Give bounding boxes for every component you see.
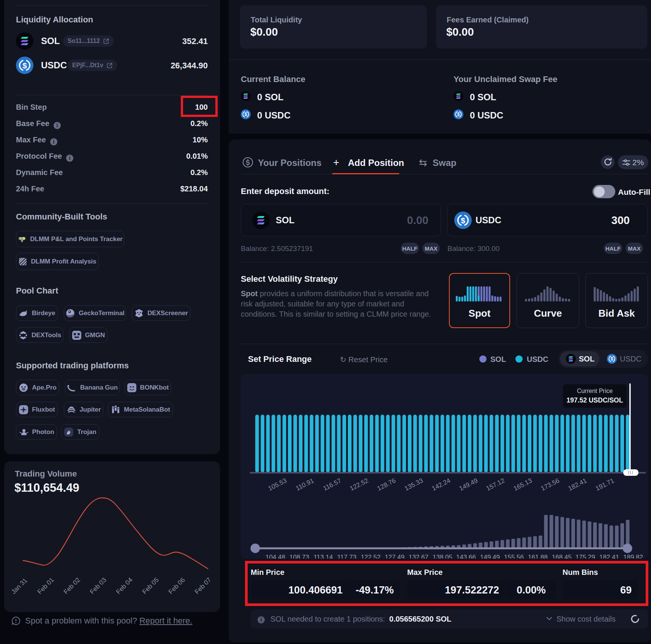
- svg-text:173.56: 173.56: [540, 477, 561, 492]
- svg-text:161.88: 161.88: [528, 554, 548, 559]
- svg-text:$: $: [611, 356, 613, 361]
- svg-text:128.76: 128.76: [376, 477, 397, 492]
- svg-text:110.91: 110.91: [295, 477, 315, 492]
- svg-text:$: $: [457, 112, 460, 117]
- svg-text:182.41: 182.41: [599, 554, 619, 559]
- svg-text:117.73: 117.73: [337, 554, 357, 559]
- svg-text:132.67: 132.67: [409, 554, 428, 559]
- svg-text:$: $: [245, 112, 247, 117]
- svg-text:108.73: 108.73: [289, 554, 309, 559]
- svg-text:122.52: 122.52: [349, 477, 370, 492]
- svg-text:182.41: 182.41: [567, 477, 588, 492]
- svg-text:105.53: 105.53: [267, 477, 288, 492]
- svg-text:122.52: 122.52: [361, 554, 381, 559]
- svg-text:113.14: 113.14: [314, 554, 333, 559]
- svg-text:138.05: 138.05: [433, 554, 452, 559]
- svg-text:135.33: 135.33: [403, 477, 424, 492]
- svg-text:143.66: 143.66: [456, 554, 476, 559]
- svg-text:168.45: 168.45: [552, 554, 572, 559]
- svg-text:165.13: 165.13: [512, 477, 533, 492]
- svg-text:155.56: 155.56: [504, 554, 524, 559]
- svg-text:142.24: 142.24: [431, 477, 452, 492]
- svg-text:127.49: 127.49: [385, 554, 405, 559]
- svg-text:157.12: 157.12: [485, 477, 506, 492]
- svg-text:149.49: 149.49: [480, 554, 500, 559]
- svg-text:116.57: 116.57: [322, 477, 343, 492]
- svg-text:104.48: 104.48: [265, 554, 285, 559]
- svg-text:$: $: [461, 216, 465, 225]
- svg-text:191.71: 191.71: [594, 477, 615, 492]
- svg-text:189.82: 189.82: [623, 554, 643, 559]
- svg-text:149.49: 149.49: [458, 477, 479, 492]
- svg-text:175.29: 175.29: [575, 554, 595, 559]
- svg-text:$: $: [22, 61, 27, 70]
